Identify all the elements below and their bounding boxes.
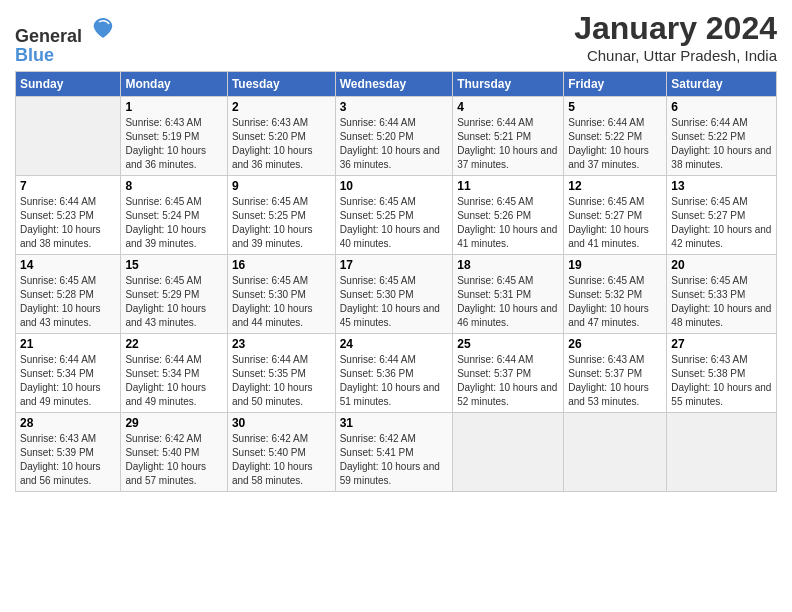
table-cell xyxy=(16,97,121,176)
calendar-container: General Blue January 2024 Chunar, Uttar … xyxy=(0,0,792,502)
table-cell: 13Sunrise: 6:45 AMSunset: 5:27 PMDayligh… xyxy=(667,176,777,255)
table-cell: 24Sunrise: 6:44 AMSunset: 5:36 PMDayligh… xyxy=(335,334,453,413)
col-sunday: Sunday xyxy=(16,72,121,97)
day-info: Sunrise: 6:45 AMSunset: 5:26 PMDaylight:… xyxy=(457,195,559,251)
day-info: Sunrise: 6:45 AMSunset: 5:29 PMDaylight:… xyxy=(125,274,222,330)
day-number: 27 xyxy=(671,337,772,351)
table-cell: 21Sunrise: 6:44 AMSunset: 5:34 PMDayligh… xyxy=(16,334,121,413)
logo: General Blue xyxy=(15,14,117,65)
day-info: Sunrise: 6:44 AMSunset: 5:37 PMDaylight:… xyxy=(457,353,559,409)
table-cell: 27Sunrise: 6:43 AMSunset: 5:38 PMDayligh… xyxy=(667,334,777,413)
day-info: Sunrise: 6:45 AMSunset: 5:24 PMDaylight:… xyxy=(125,195,222,251)
table-cell: 7Sunrise: 6:44 AMSunset: 5:23 PMDaylight… xyxy=(16,176,121,255)
day-number: 14 xyxy=(20,258,116,272)
day-number: 9 xyxy=(232,179,331,193)
table-cell: 29Sunrise: 6:42 AMSunset: 5:40 PMDayligh… xyxy=(121,413,227,492)
table-cell: 20Sunrise: 6:45 AMSunset: 5:33 PMDayligh… xyxy=(667,255,777,334)
table-cell: 23Sunrise: 6:44 AMSunset: 5:35 PMDayligh… xyxy=(227,334,335,413)
table-row: 21Sunrise: 6:44 AMSunset: 5:34 PMDayligh… xyxy=(16,334,777,413)
col-tuesday: Tuesday xyxy=(227,72,335,97)
col-saturday: Saturday xyxy=(667,72,777,97)
day-info: Sunrise: 6:45 AMSunset: 5:27 PMDaylight:… xyxy=(568,195,662,251)
day-number: 31 xyxy=(340,416,449,430)
table-cell: 28Sunrise: 6:43 AMSunset: 5:39 PMDayligh… xyxy=(16,413,121,492)
col-friday: Friday xyxy=(564,72,667,97)
table-row: 1Sunrise: 6:43 AMSunset: 5:19 PMDaylight… xyxy=(16,97,777,176)
table-cell: 6Sunrise: 6:44 AMSunset: 5:22 PMDaylight… xyxy=(667,97,777,176)
day-number: 6 xyxy=(671,100,772,114)
table-cell: 1Sunrise: 6:43 AMSunset: 5:19 PMDaylight… xyxy=(121,97,227,176)
table-cell: 30Sunrise: 6:42 AMSunset: 5:40 PMDayligh… xyxy=(227,413,335,492)
table-cell: 31Sunrise: 6:42 AMSunset: 5:41 PMDayligh… xyxy=(335,413,453,492)
table-row: 28Sunrise: 6:43 AMSunset: 5:39 PMDayligh… xyxy=(16,413,777,492)
table-cell xyxy=(564,413,667,492)
day-info: Sunrise: 6:45 AMSunset: 5:27 PMDaylight:… xyxy=(671,195,772,251)
day-number: 25 xyxy=(457,337,559,351)
day-number: 29 xyxy=(125,416,222,430)
table-cell: 11Sunrise: 6:45 AMSunset: 5:26 PMDayligh… xyxy=(453,176,564,255)
day-info: Sunrise: 6:44 AMSunset: 5:34 PMDaylight:… xyxy=(125,353,222,409)
logo-icon xyxy=(89,14,117,42)
day-number: 2 xyxy=(232,100,331,114)
table-cell: 16Sunrise: 6:45 AMSunset: 5:30 PMDayligh… xyxy=(227,255,335,334)
day-number: 30 xyxy=(232,416,331,430)
logo-blue-text: Blue xyxy=(15,45,54,65)
header: General Blue January 2024 Chunar, Uttar … xyxy=(15,10,777,65)
table-cell: 18Sunrise: 6:45 AMSunset: 5:31 PMDayligh… xyxy=(453,255,564,334)
table-cell: 5Sunrise: 6:44 AMSunset: 5:22 PMDaylight… xyxy=(564,97,667,176)
day-number: 4 xyxy=(457,100,559,114)
table-cell: 2Sunrise: 6:43 AMSunset: 5:20 PMDaylight… xyxy=(227,97,335,176)
col-wednesday: Wednesday xyxy=(335,72,453,97)
table-cell: 19Sunrise: 6:45 AMSunset: 5:32 PMDayligh… xyxy=(564,255,667,334)
day-number: 28 xyxy=(20,416,116,430)
day-number: 23 xyxy=(232,337,331,351)
table-row: 7Sunrise: 6:44 AMSunset: 5:23 PMDaylight… xyxy=(16,176,777,255)
day-info: Sunrise: 6:45 AMSunset: 5:28 PMDaylight:… xyxy=(20,274,116,330)
day-number: 10 xyxy=(340,179,449,193)
table-cell: 22Sunrise: 6:44 AMSunset: 5:34 PMDayligh… xyxy=(121,334,227,413)
table-row: 14Sunrise: 6:45 AMSunset: 5:28 PMDayligh… xyxy=(16,255,777,334)
day-info: Sunrise: 6:44 AMSunset: 5:21 PMDaylight:… xyxy=(457,116,559,172)
day-info: Sunrise: 6:44 AMSunset: 5:34 PMDaylight:… xyxy=(20,353,116,409)
table-cell: 26Sunrise: 6:43 AMSunset: 5:37 PMDayligh… xyxy=(564,334,667,413)
table-cell: 25Sunrise: 6:44 AMSunset: 5:37 PMDayligh… xyxy=(453,334,564,413)
logo-general-text: General xyxy=(15,26,82,46)
day-info: Sunrise: 6:45 AMSunset: 5:30 PMDaylight:… xyxy=(232,274,331,330)
day-info: Sunrise: 6:44 AMSunset: 5:22 PMDaylight:… xyxy=(671,116,772,172)
month-title: January 2024 xyxy=(574,10,777,47)
day-info: Sunrise: 6:45 AMSunset: 5:32 PMDaylight:… xyxy=(568,274,662,330)
day-info: Sunrise: 6:44 AMSunset: 5:22 PMDaylight:… xyxy=(568,116,662,172)
day-number: 15 xyxy=(125,258,222,272)
day-number: 5 xyxy=(568,100,662,114)
day-info: Sunrise: 6:45 AMSunset: 5:31 PMDaylight:… xyxy=(457,274,559,330)
column-headers: Sunday Monday Tuesday Wednesday Thursday… xyxy=(16,72,777,97)
day-info: Sunrise: 6:45 AMSunset: 5:30 PMDaylight:… xyxy=(340,274,449,330)
col-thursday: Thursday xyxy=(453,72,564,97)
table-cell: 17Sunrise: 6:45 AMSunset: 5:30 PMDayligh… xyxy=(335,255,453,334)
day-number: 17 xyxy=(340,258,449,272)
day-info: Sunrise: 6:42 AMSunset: 5:40 PMDaylight:… xyxy=(232,432,331,488)
day-number: 7 xyxy=(20,179,116,193)
table-cell: 8Sunrise: 6:45 AMSunset: 5:24 PMDaylight… xyxy=(121,176,227,255)
day-number: 1 xyxy=(125,100,222,114)
day-number: 12 xyxy=(568,179,662,193)
day-info: Sunrise: 6:44 AMSunset: 5:23 PMDaylight:… xyxy=(20,195,116,251)
day-number: 18 xyxy=(457,258,559,272)
day-info: Sunrise: 6:45 AMSunset: 5:33 PMDaylight:… xyxy=(671,274,772,330)
table-cell: 3Sunrise: 6:44 AMSunset: 5:20 PMDaylight… xyxy=(335,97,453,176)
table-cell: 10Sunrise: 6:45 AMSunset: 5:25 PMDayligh… xyxy=(335,176,453,255)
day-number: 20 xyxy=(671,258,772,272)
table-cell: 4Sunrise: 6:44 AMSunset: 5:21 PMDaylight… xyxy=(453,97,564,176)
title-block: January 2024 Chunar, Uttar Pradesh, Indi… xyxy=(574,10,777,64)
day-info: Sunrise: 6:43 AMSunset: 5:19 PMDaylight:… xyxy=(125,116,222,172)
day-info: Sunrise: 6:44 AMSunset: 5:36 PMDaylight:… xyxy=(340,353,449,409)
day-number: 8 xyxy=(125,179,222,193)
table-cell xyxy=(667,413,777,492)
day-number: 3 xyxy=(340,100,449,114)
day-info: Sunrise: 6:45 AMSunset: 5:25 PMDaylight:… xyxy=(340,195,449,251)
day-info: Sunrise: 6:44 AMSunset: 5:20 PMDaylight:… xyxy=(340,116,449,172)
day-number: 19 xyxy=(568,258,662,272)
col-monday: Monday xyxy=(121,72,227,97)
table-cell xyxy=(453,413,564,492)
calendar-table: Sunday Monday Tuesday Wednesday Thursday… xyxy=(15,71,777,492)
